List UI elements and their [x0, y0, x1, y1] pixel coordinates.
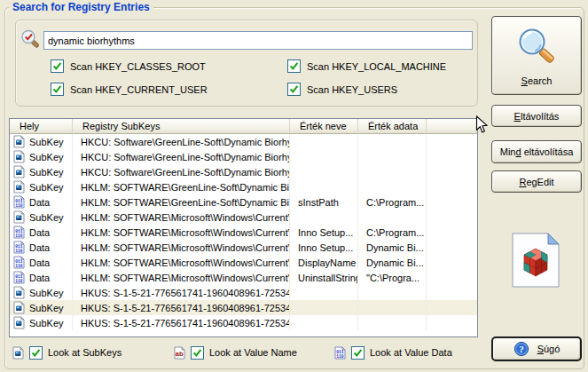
registry-path: HKLM: SOFTWARE\Microsoft\Windows\Current… [73, 255, 290, 270]
registry-path: HKLM: SOFTWARE\Microsoft\Windows\Current… [73, 270, 290, 285]
binary-data-icon: 011110 [13, 256, 25, 269]
entry-type: SubKey [29, 303, 64, 313]
value-name [290, 179, 358, 194]
checkbox[interactable] [51, 83, 64, 96]
remove-all-button[interactable]: Mind eltávolítása [491, 140, 582, 163]
checkbox[interactable] [191, 346, 204, 360]
registry-path: HKLM: SOFTWARE\GreenLine-Soft\Dynamic Bi… [73, 194, 290, 210]
magnifier-icon [514, 25, 560, 73]
scan-option[interactable]: Scan HKEY_LOCAL_MACHINE [287, 59, 446, 73]
column-header[interactable]: Érték neve [290, 119, 358, 134]
value-name: UninstallString [290, 270, 358, 285]
table-row[interactable]: SubKeyHKCU: Software\GreenLine-Soft\Dyna… [10, 134, 477, 149]
registry-path: HKLM: SOFTWARE\GreenLine-Soft\Dynamic Bi… [73, 179, 290, 194]
help-button-label: Súgó [537, 344, 561, 354]
remove-button-label: Eltávolítás [514, 111, 560, 122]
look-option[interactable]: abLook at Value Name [174, 344, 297, 360]
page-title: Search for Registry Entries [9, 1, 153, 13]
table-row[interactable]: SubKeyHKUS: S-1-5-21-776561741-196040896… [10, 285, 477, 300]
column-header[interactable] [427, 119, 477, 134]
filler-cell [427, 255, 477, 270]
entry-type: Data [29, 257, 50, 268]
value-data: C:\Program... [358, 225, 427, 240]
table-header: HelyRegistry SubKeysÉrték neveÉrték adat… [10, 119, 477, 134]
filler-cell [427, 134, 477, 149]
help-question-icon: ? [514, 341, 529, 357]
table-row[interactable]: SubKeyHKUS: S-1-5-21-776561741-196040896… [10, 300, 477, 315]
column-header[interactable]: Registry SubKeys [73, 119, 290, 134]
look-option[interactable]: Look at SubKeys [12, 344, 122, 360]
table-row[interactable]: SubKeyHKCU: Software\GreenLine-Soft\Dyna… [10, 164, 477, 179]
subkey-icon [13, 316, 25, 329]
subkey-icon [13, 286, 25, 299]
entry-type: Data [29, 227, 50, 238]
table-row[interactable]: SubKeyHKLM: SOFTWARE\Microsoft\Windows\C… [10, 210, 477, 225]
magnifier-check-icon [20, 28, 41, 50]
value-data: C:\Program... [358, 194, 427, 210]
registry-cube-icon [511, 232, 561, 289]
look-option-label: Look at Value Data [370, 347, 452, 358]
value-data: Dynamic Bi... [358, 255, 427, 270]
scan-option[interactable]: Scan HKEY_CURRENT_USER [51, 83, 208, 96]
entry-type: Data [29, 273, 50, 283]
table-row[interactable]: SubKeyHKUS: S-1-5-21-776561741-196040896… [10, 315, 477, 330]
filler-cell [427, 194, 477, 210]
checkbox[interactable] [51, 59, 64, 73]
value-data [358, 210, 427, 225]
remove-button[interactable]: Eltávolítás [491, 105, 582, 127]
table-body: SubKeyHKCU: Software\GreenLine-Soft\Dyna… [10, 134, 477, 336]
table-row[interactable]: 011110DataHKLM: SOFTWARE\Microsoft\Windo… [10, 255, 477, 270]
regedit-button[interactable]: RegEdit [491, 170, 582, 193]
entry-type: Data [29, 242, 50, 253]
binary-data-icon: 011110 [13, 271, 25, 284]
svg-text:110: 110 [336, 354, 344, 359]
value-data [358, 134, 427, 149]
ab-icon: ab [174, 346, 185, 360]
filler-cell [427, 315, 477, 330]
registry-path: HKCU: Software\GreenLine-Soft\Dynamic Bi… [73, 164, 290, 179]
table-row[interactable]: 011110DataHKLM: SOFTWARE\GreenLine-Soft\… [10, 194, 477, 210]
search-input[interactable] [43, 31, 473, 50]
entry-type: SubKey [29, 167, 64, 178]
subkey-icon [13, 135, 25, 148]
table-row[interactable]: SubKeyHKLM: SOFTWARE\GreenLine-Soft\Dyna… [10, 179, 477, 194]
scan-option[interactable]: Scan HKEY_USERS [287, 83, 397, 96]
checkbox[interactable] [287, 83, 301, 96]
search-registry-window: Search for Registry Entries Scan HKEY_CL… [0, 0, 588, 372]
value-data [358, 315, 427, 330]
value-name [290, 285, 358, 300]
help-button[interactable]: ? Súgó [491, 336, 582, 361]
remove-all-button-label: Mind eltávolítása [500, 146, 574, 157]
scan-option[interactable]: Scan HKEY_CLASSES_ROOT [51, 59, 206, 73]
binary-data-icon: 011110 [13, 241, 25, 254]
search-panel: Scan HKEY_CLASSES_ROOTScan HKEY_LOCAL_MA… [15, 20, 478, 107]
value-name: Inno Setup... [290, 240, 358, 255]
value-name [290, 210, 358, 225]
value-name: Inno Setup... [290, 225, 358, 240]
table-row[interactable]: SubKeyHKCU: Software\GreenLine-Soft\Dyna… [10, 149, 477, 164]
registry-path: HKUS: S-1-5-21-776561741-1960408961-7253… [73, 285, 290, 300]
subkey-icon [13, 165, 25, 178]
value-data: "C:\Progra... [358, 270, 427, 285]
entry-type: SubKey [29, 288, 64, 298]
svg-text:110: 110 [15, 279, 23, 283]
svg-text:ab: ab [176, 349, 184, 357]
look-option[interactable]: 011110Look at Value Data [334, 344, 452, 360]
value-data: Dynamic Bi... [358, 240, 427, 255]
checkbox[interactable] [29, 346, 43, 360]
checkbox[interactable] [351, 346, 365, 360]
column-header[interactable]: Érték adata [358, 119, 427, 134]
table-row[interactable]: 011110DataHKLM: SOFTWARE\Microsoft\Windo… [10, 270, 477, 285]
entry-type: SubKey [29, 212, 64, 223]
table-row[interactable]: 011110DataHKLM: SOFTWARE\Microsoft\Windo… [10, 240, 477, 255]
value-data [358, 164, 427, 179]
table-row[interactable]: 011110DataHKLM: SOFTWARE\Microsoft\Windo… [10, 225, 477, 240]
svg-text:?: ? [519, 344, 524, 354]
scan-option-label: Scan HKEY_USERS [307, 84, 397, 95]
entry-type: SubKey [29, 137, 64, 147]
checkbox[interactable] [287, 59, 301, 73]
entry-type: Data [29, 197, 50, 208]
subkey-icon [13, 210, 25, 224]
column-header[interactable]: Hely [10, 119, 73, 134]
search-button[interactable]: Search [491, 16, 582, 95]
